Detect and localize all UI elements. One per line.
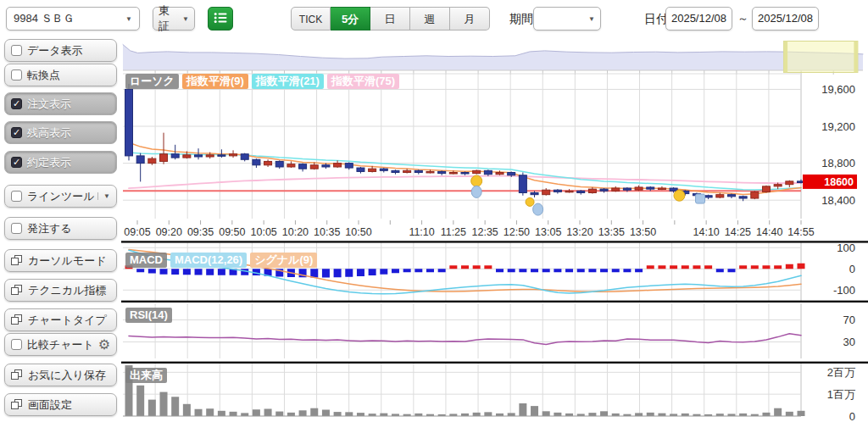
sidebar-item-balance-display[interactable]: ✓残高表示 [4,121,117,144]
sidebar-item-line-tool[interactable]: ラインツール▼ [4,185,117,208]
interval-week-button[interactable]: 週 [410,7,450,31]
candle[interactable] [647,187,654,189]
selection-left-handle[interactable] [784,42,788,73]
candle[interactable] [206,155,214,157]
candle[interactable] [612,188,620,191]
candle[interactable] [183,155,191,158]
candle[interactable] [508,173,515,175]
candle[interactable] [716,195,724,197]
period-select[interactable]: ▼ [533,7,601,31]
candle[interactable] [287,164,295,167]
candle[interactable] [751,192,759,198]
candle[interactable] [299,164,307,169]
candle[interactable] [786,181,793,185]
date-to-input[interactable]: 2025/12/08 [752,7,819,31]
candle[interactable] [727,195,735,197]
candle[interactable] [588,189,596,192]
selection-right-handle[interactable] [854,42,858,73]
sidebar-item-chart-type[interactable]: チャートタイプ [4,308,117,331]
chevron-down-icon[interactable]: ▼ [97,192,110,200]
candle[interactable] [600,189,608,191]
market-select[interactable]: 東証 ▼ [153,7,195,31]
execution-marker-icon[interactable] [533,203,543,215]
candle[interactable] [334,164,342,167]
checkbox-icon[interactable]: ✓ [11,127,22,138]
candle[interactable] [322,165,330,167]
checkbox-icon[interactable] [11,223,22,234]
candle[interactable] [392,170,399,172]
sidebar-item-place-order[interactable]: 発注する [4,217,117,240]
interval-day-button[interactable]: 日 [370,7,410,31]
checkbox-icon[interactable] [11,69,22,81]
candle[interactable] [415,170,422,172]
candle[interactable] [484,170,492,174]
candle[interactable] [403,170,411,172]
interval-month-button[interactable]: 月 [450,7,490,31]
gear-icon[interactable]: ⚙ [98,338,110,352]
order-marker-icon[interactable] [471,175,482,186]
candles[interactable] [125,84,805,201]
sidebar-item-order-display[interactable]: ✓注文表示 [4,92,117,115]
candle[interactable] [774,185,782,186]
candle[interactable] [148,158,156,163]
candle[interactable] [531,192,538,194]
sidebar-item-execution-display[interactable]: ✓約定表示 [4,151,117,174]
candle[interactable] [380,169,387,170]
checkbox-icon[interactable]: ✓ [11,157,22,168]
checkbox-icon[interactable]: ✓ [11,98,22,109]
candle[interactable] [519,175,526,193]
navigator-selection[interactable] [784,42,858,73]
candle[interactable] [369,169,376,171]
candle[interactable] [577,191,585,192]
candle[interactable] [496,173,504,175]
interval-5min-button[interactable]: 5分 [331,7,370,31]
candle[interactable] [218,155,225,157]
candle[interactable] [357,168,364,171]
candle[interactable] [554,190,561,192]
candle[interactable] [565,191,573,192]
navigator[interactable] [123,42,863,75]
candle[interactable] [171,154,179,158]
candle[interactable] [275,161,283,167]
symbol-select[interactable]: 9984 ＳＢＧ ▼ [6,7,140,31]
candle[interactable] [658,188,665,190]
candle[interactable] [542,190,550,194]
candle[interactable] [473,170,481,173]
date-from-input[interactable]: 2025/12/08 [665,7,732,31]
checkbox-icon[interactable] [11,45,22,56]
candle[interactable] [264,161,272,164]
candle[interactable] [635,187,643,190]
execution-marker-icon[interactable] [696,194,705,203]
symbol-list-button[interactable] [208,7,233,31]
candle[interactable] [195,155,203,157]
candle[interactable] [345,164,353,168]
candle[interactable] [438,171,446,173]
sidebar-item-save-favorite[interactable]: お気に入り保存 [4,364,117,386]
execution-marker-icon[interactable] [471,186,481,197]
interval-tick-button[interactable]: TICK [291,7,331,31]
candle[interactable] [426,171,434,173]
candle[interactable] [461,173,469,175]
candle[interactable] [125,89,133,155]
candle[interactable] [704,196,712,197]
candle[interactable] [230,154,237,156]
candle[interactable] [253,159,260,165]
checkbox-icon[interactable] [11,191,22,202]
candle[interactable] [136,156,144,164]
order-marker-icon[interactable] [526,197,534,206]
candle[interactable] [739,197,747,198]
sidebar-item-turning-point[interactable]: 転換点 [4,64,117,86]
sidebar-item-screen-settings[interactable]: 画面設定 [4,393,117,416]
candle[interactable] [310,165,318,169]
sidebar-item-data-display[interactable]: データ表示 [4,39,117,62]
candle[interactable] [160,154,168,162]
checkbox-icon[interactable] [11,339,22,350]
chart-canvas[interactable]: 19,60019,20018,80018,4001860009:0509:200… [121,39,868,422]
sidebar-item-technical-indicator[interactable]: テクニカル指標 [4,279,117,302]
candle[interactable] [762,186,770,192]
candle[interactable] [241,154,248,160]
candle[interactable] [623,188,631,190]
sidebar-item-compare-chart[interactable]: 比較チャート⚙ [4,333,117,356]
trade-markers[interactable] [471,175,705,215]
order-marker-icon[interactable] [674,190,685,201]
